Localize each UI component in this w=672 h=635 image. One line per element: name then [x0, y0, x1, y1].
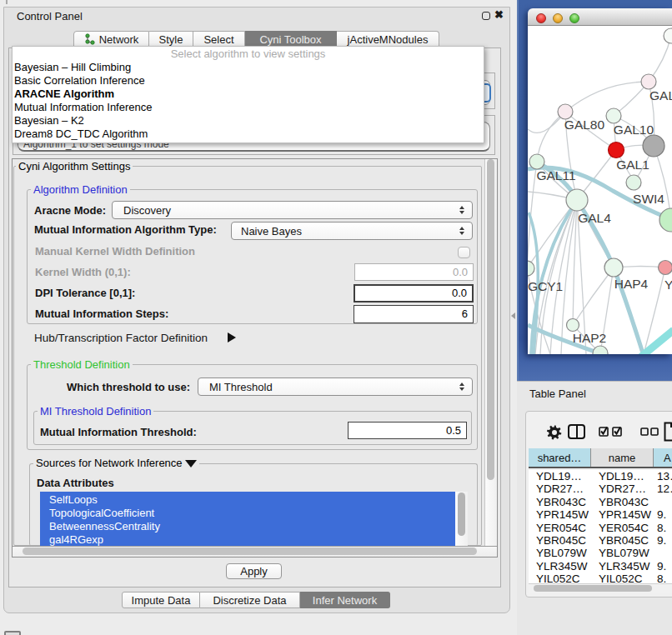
svg-text:SWI4: SWI4 — [633, 192, 664, 206]
svg-text:HAP4: HAP4 — [614, 277, 649, 291]
svg-text:GAL1: GAL1 — [616, 158, 649, 172]
svg-text:GAL10: GAL10 — [614, 122, 654, 137]
svg-text:GAL7: GAL7 — [649, 88, 672, 102]
svg-text:GAL80: GAL80 — [564, 118, 605, 132]
svg-text:GCY1: GCY1 — [528, 279, 563, 293]
svg-text:GAL4: GAL4 — [578, 211, 611, 225]
svg-text:HAP2: HAP2 — [573, 331, 607, 345]
svg-text:YM: YM — [664, 278, 672, 292]
svg-text:GAL11: GAL11 — [536, 168, 575, 182]
